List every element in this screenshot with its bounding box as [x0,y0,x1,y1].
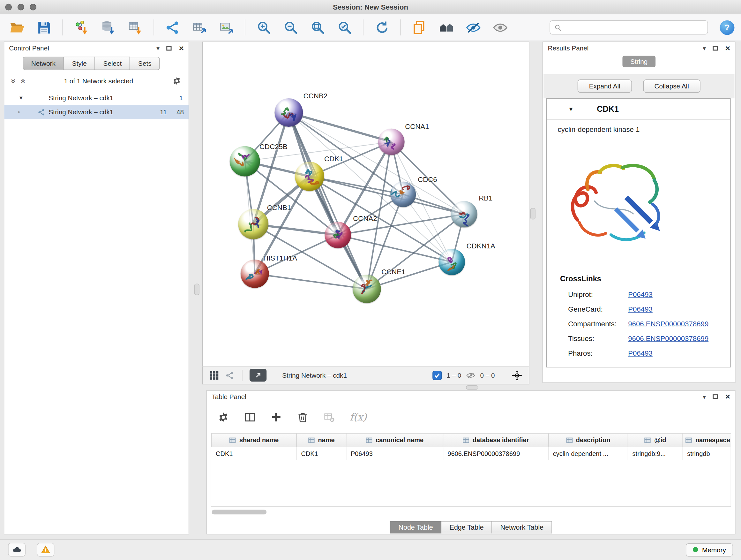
toolbar-separator [363,19,363,36]
control-panel-menu-icon[interactable]: ▾ [156,45,159,51]
refresh-layout-button[interactable] [372,17,392,38]
table-panel-close-icon[interactable]: × [725,392,731,401]
open-session-button[interactable] [7,17,27,38]
compartments-link[interactable]: 9606.ENSP00000378699 [628,320,709,327]
warnings-button[interactable] [37,543,55,557]
zoom-in-button[interactable] [253,17,274,38]
show-columns-button[interactable] [244,411,256,423]
zoom-selected-button[interactable] [334,17,355,38]
protein-header-row[interactable]: ▼ CDK1 [547,99,731,120]
expand-all-button[interactable]: Expand All [578,79,631,92]
network-edge-CCNB2-CCNA1[interactable] [289,112,391,142]
network-edge-CCNA2-CDKN1A[interactable] [338,235,452,262]
protein-collapse-icon[interactable]: ▼ [568,106,574,112]
control-panel-float-icon[interactable] [166,46,172,51]
genecard-link[interactable]: P06493 [628,305,653,313]
close-window-button[interactable] [5,4,12,10]
tissues-link[interactable]: 9606.ENSP00000378699 [628,334,709,342]
network-edge-HIST1H1A-CCNE1[interactable] [255,273,367,289]
results-panel-close-icon[interactable]: × [725,44,731,53]
string-tab-badge[interactable]: String [622,56,656,67]
network-node-CDC25B[interactable] [230,146,260,177]
tab-edge-table[interactable]: Edge Table [441,521,492,534]
tab-sets[interactable]: Sets [130,57,160,70]
cloud-status-button[interactable] [8,543,25,557]
column-header-id[interactable]: @id [628,434,683,447]
node-label-CDC25B: CDC25B [259,142,287,150]
application-window: Session: New Session [0,0,741,560]
export-image-button[interactable] [216,17,237,38]
zoom-fit-button[interactable] [307,17,328,38]
column-header-name[interactable]: name [296,434,346,447]
network-options-gear-icon[interactable] [172,76,182,85]
network-edge-CCNB2-CCNE1[interactable] [289,112,367,289]
pharos-link[interactable]: P06493 [628,349,653,357]
column-header-shared-name[interactable]: shared name [212,434,297,447]
table-row[interactable]: CDK1 CDK1 P06493 9606.ENSP00000378699 cy… [212,447,731,460]
left-panel-splitter-handle[interactable] [194,284,199,295]
hidden-eye-slash-icon[interactable] [466,370,476,381]
help-button[interactable]: ? [720,20,735,35]
network-node-CDKN1A[interactable] [439,249,465,275]
network-node-CCNB2[interactable] [274,98,303,127]
toolbar-search-input[interactable] [565,23,703,31]
network-node-CCNA2[interactable] [325,222,351,248]
pan-crosshair-icon[interactable] [511,369,523,381]
show-all-button[interactable] [489,17,510,38]
minimize-window-button[interactable] [17,4,24,10]
network-node-CDC6[interactable] [390,182,416,207]
network-node-HIST1H1A[interactable] [241,260,269,288]
tab-select[interactable]: Select [95,57,130,70]
zoom-out-button[interactable] [280,17,301,38]
right-panel-splitter-handle[interactable] [530,208,536,220]
tree-expand-icon[interactable]: ▼ [18,95,23,101]
memory-button[interactable]: Memory [686,543,733,556]
tab-network-table[interactable]: Network Table [492,521,552,534]
results-panel-menu-icon[interactable]: ▾ [703,45,706,51]
network-node-CCNB1[interactable] [238,209,268,240]
home-button[interactable] [435,17,456,38]
results-panel-float-icon[interactable] [713,46,718,51]
save-session-button[interactable] [33,17,54,38]
zoom-window-button[interactable] [30,4,37,10]
export-table-button[interactable] [189,17,210,38]
network-view-canvas[interactable]: CCNB2CCNA1CDC25BCDK1CDC6RB1CCNB1CCNA2CDK… [202,42,529,366]
scrollbar-thumb[interactable] [212,510,266,515]
protein-detail-box: ▼ CDK1 cyclin-dependent kinase 1 CrossLi… [546,98,731,368]
tab-network[interactable]: Network [23,57,64,70]
collapse-all-networks-icon[interactable]: » [19,78,27,83]
network-tree-root-row[interactable]: ▼ String Network – cdk1 1 [4,91,189,105]
hide-selected-button[interactable] [463,17,483,38]
tab-node-table[interactable]: Node Table [390,521,442,534]
table-settings-button[interactable] [217,411,229,423]
column-header-canonical-name[interactable]: canonical name [346,434,443,447]
open-in-new-window-button[interactable] [250,369,266,381]
uniprot-link[interactable]: P06493 [628,290,653,298]
add-column-button[interactable] [270,411,282,423]
expand-all-networks-icon[interactable]: » [10,78,17,83]
duplicate-network-button[interactable] [409,17,429,38]
birds-eye-view-icon[interactable] [209,370,219,381]
network-tree-child-row[interactable]: ● String Network – cdk1 11 48 [4,105,189,119]
table-panel-float-icon[interactable] [713,394,718,399]
network-node-CCNA1[interactable] [378,129,405,155]
collapse-all-button[interactable]: Collapse All [643,79,700,92]
bottom-panel-splitter-handle[interactable] [466,385,478,389]
delete-column-button[interactable] [297,411,309,423]
import-network-from-file-button[interactable] [71,17,91,38]
network-share-icon[interactable] [224,370,235,381]
table-panel-menu-icon[interactable]: ▾ [703,394,706,400]
table-panel-header: Table Panel ▾ × [207,390,735,403]
column-header-namespace[interactable]: namespace [683,434,731,447]
network-node-RB1[interactable] [451,201,477,227]
selected-checkbox-icon[interactable] [432,370,442,381]
import-table-from-file-button[interactable] [125,17,145,38]
network-node-CCNE1[interactable] [353,274,381,303]
column-header-description[interactable]: description [549,434,628,447]
tab-style[interactable]: Style [64,57,95,70]
control-panel-close-icon[interactable]: × [179,44,184,53]
column-header-database-identifier[interactable]: database identifier [443,434,548,447]
export-network-button[interactable] [162,17,183,38]
network-node-CDK1[interactable] [295,162,324,191]
import-network-from-database-button[interactable] [98,17,119,38]
